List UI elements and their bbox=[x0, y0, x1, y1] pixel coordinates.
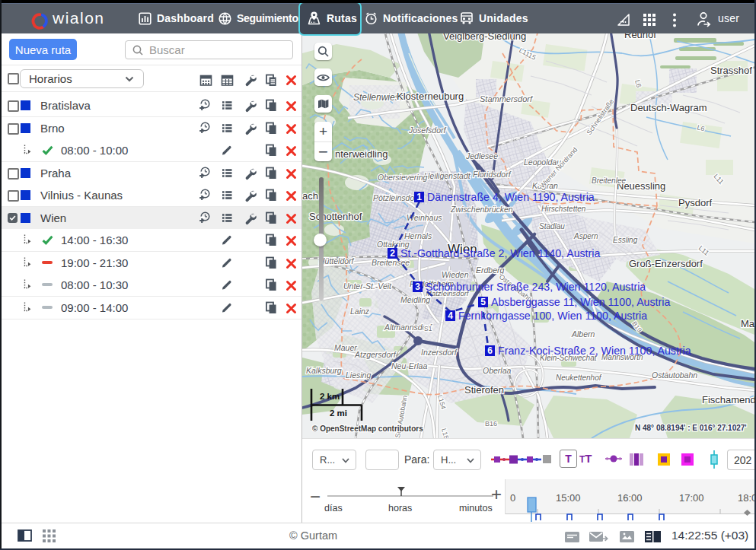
svg-text:Stammersdorf: Stammersdorf bbox=[480, 94, 533, 103]
svg-text:Oberlaa: Oberlaa bbox=[483, 366, 512, 375]
svg-text:1: 1 bbox=[416, 192, 422, 202]
svg-text:Liesing: Liesing bbox=[346, 370, 371, 380]
svg-text:Schottenhof: Schottenhof bbox=[309, 211, 362, 222]
svg-text:Fernkorngasse 100, Wien 1100,: Fernkorngasse 100, Wien 1100, Austria bbox=[458, 310, 647, 322]
svg-text:2 km: 2 km bbox=[320, 392, 340, 401]
svg-text:Floridsdorf: Floridsdorf bbox=[473, 170, 512, 179]
svg-text:Obersievering: Obersievering bbox=[378, 173, 428, 182]
svg-text:Ostautobahn: Ostautobahn bbox=[652, 370, 697, 380]
svg-text:Stierofen: Stierofen bbox=[464, 384, 504, 396]
svg-text:2 mi: 2 mi bbox=[330, 409, 347, 418]
svg-text:Absberggasse 11, Wien 1100, Au: Absberggasse 11, Wien 1100, Austria bbox=[491, 296, 670, 308]
svg-text:Erdberg: Erdberg bbox=[476, 265, 505, 275]
svg-text:Albern: Albern bbox=[571, 329, 595, 339]
svg-text:Atzgersdorf: Atzgersdorf bbox=[354, 350, 397, 359]
svg-text:Wieden: Wieden bbox=[442, 270, 469, 279]
svg-text:Klosterneuburg: Klosterneuburg bbox=[397, 91, 464, 102]
svg-text:Dänenstraße 4, Wien 1190, Aust: Dänenstraße 4, Wien 1190, Austria bbox=[427, 191, 595, 203]
svg-text:Mat: Mat bbox=[741, 318, 754, 329]
svg-text:Strasshof an: Strasshof an bbox=[710, 65, 754, 76]
svg-text:Stadlau: Stadlau bbox=[539, 222, 565, 230]
svg-text:Mauer: Mauer bbox=[334, 343, 357, 352]
svg-text:Pötzleinsdorf: Pötzleinsdorf bbox=[373, 193, 420, 202]
svg-text:Hirschstetten: Hirschstetten bbox=[541, 205, 586, 213]
svg-text:Deutsch-Wagram: Deutsch-Wagram bbox=[630, 102, 707, 113]
svg-text:© OpenStreetMap contributors: © OpenStreetMap contributors bbox=[312, 424, 423, 433]
svg-text:ach: ach bbox=[302, 190, 318, 202]
svg-text:Hütteldorf: Hütteldorf bbox=[319, 256, 355, 265]
svg-text:nterweidling: nterweidling bbox=[335, 148, 388, 160]
svg-text:Zwischenbrücken: Zwischenbrücken bbox=[450, 205, 513, 214]
svg-text:Franz-Koci-Straße 2, Wien 1100: Franz-Koci-Straße 2, Wien 1100, Austria bbox=[498, 345, 691, 357]
svg-text:5: 5 bbox=[480, 297, 486, 307]
svg-text:B16: B16 bbox=[485, 420, 497, 428]
svg-text:Breitenlee: Breitenlee bbox=[592, 176, 626, 185]
svg-text:S1: S1 bbox=[424, 325, 432, 332]
svg-text:Schönbrunner Straße 243, Wien: Schönbrunner Straße 243, Wien 1120, Aust… bbox=[426, 281, 646, 293]
svg-text:Pysdorf: Pysdorf bbox=[678, 197, 712, 208]
svg-text:2: 2 bbox=[390, 248, 395, 259]
svg-text:St.-Gotthard-Straße 2, Wien 11: St.-Gotthard-Straße 2, Wien 1140, Austri… bbox=[400, 247, 600, 259]
svg-text:Lainz: Lainz bbox=[350, 307, 370, 316]
svg-text:3: 3 bbox=[415, 281, 420, 292]
svg-text:Jedlesee: Jedlesee bbox=[465, 151, 498, 161]
svg-text:Groß-Enzersdorf: Groß-Enzersdorf bbox=[629, 258, 703, 269]
svg-text:Essling: Essling bbox=[613, 236, 638, 244]
svg-text:Fischamend: Fischamend bbox=[702, 394, 754, 405]
svg-text:Unter-St.-Veit: Unter-St.-Veit bbox=[343, 281, 392, 291]
svg-text:Kalksburg: Kalksburg bbox=[306, 366, 342, 375]
svg-text:Aspern: Aspern bbox=[573, 232, 598, 240]
svg-text:Josefsdorf: Josefsdorf bbox=[408, 126, 447, 135]
svg-text:6: 6 bbox=[487, 345, 493, 356]
svg-text:Neu-Erlaa: Neu-Erlaa bbox=[391, 361, 427, 370]
svg-text:Neukettenhof: Neukettenhof bbox=[556, 374, 602, 382]
svg-text:N 48° 08.8194' : E 016° 27.102: N 48° 08.8194' : E 016° 27.1027' bbox=[635, 424, 747, 432]
svg-text:Heiligenstadt: Heiligenstadt bbox=[424, 171, 471, 180]
svg-text:4: 4 bbox=[448, 310, 453, 321]
svg-text:Inzersdorf: Inzersdorf bbox=[421, 348, 458, 357]
